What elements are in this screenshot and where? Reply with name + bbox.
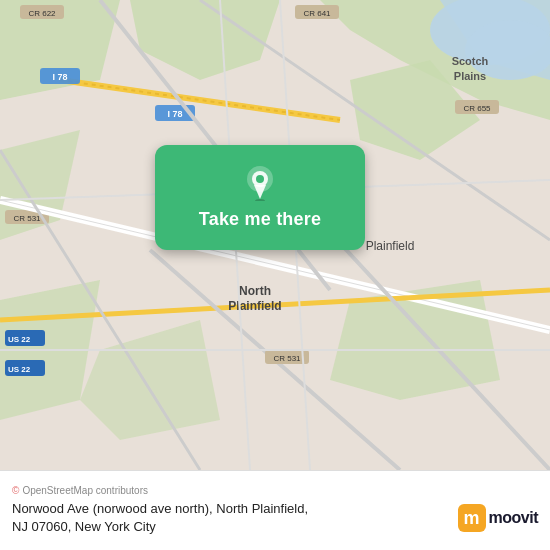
svg-text:I 78: I 78: [167, 109, 182, 119]
svg-text:CR 531: CR 531: [273, 354, 301, 363]
svg-text:CR 641: CR 641: [303, 9, 331, 18]
svg-text:CR 655: CR 655: [463, 104, 491, 113]
address-line1: Norwood Ave (norwood ave north), North P…: [12, 501, 308, 516]
address-row: Norwood Ave (norwood ave north), North P…: [12, 500, 538, 536]
copyright-symbol: ©: [12, 485, 19, 496]
moovit-wordmark: moovit: [489, 509, 538, 527]
svg-text:US 22: US 22: [8, 365, 31, 374]
svg-text:US 22: US 22: [8, 335, 31, 344]
svg-text:North: North: [239, 284, 271, 298]
bottom-bar: © OpenStreetMap contributors Norwood Ave…: [0, 470, 550, 550]
take-me-there-label: Take me there: [199, 209, 321, 230]
map-container: I 78 I 78 CR 622 CR 641 CR 655 Scotch Pl…: [0, 0, 550, 470]
osm-credit: © OpenStreetMap contributors: [12, 485, 538, 496]
svg-text:Scotch: Scotch: [452, 55, 489, 67]
moovit-logo: m moovit: [458, 504, 538, 532]
svg-text:CR 622: CR 622: [28, 9, 56, 18]
location-pin-icon: [242, 165, 278, 201]
moovit-m-logo: m: [458, 504, 486, 532]
osm-credit-text: OpenStreetMap contributors: [22, 485, 148, 496]
svg-text:Plains: Plains: [454, 70, 486, 82]
svg-text:I 78: I 78: [52, 72, 67, 82]
svg-text:Plainfield: Plainfield: [366, 239, 415, 253]
address-text: Norwood Ave (norwood ave north), North P…: [12, 500, 448, 536]
take-me-there-button[interactable]: Take me there: [155, 145, 365, 250]
address-line2: NJ 07060, New York City: [12, 519, 156, 534]
svg-text:Plainfield: Plainfield: [228, 299, 281, 313]
svg-point-53: [256, 175, 264, 183]
svg-text:CR 531: CR 531: [13, 214, 41, 223]
svg-marker-55: [254, 185, 266, 199]
svg-point-54: [255, 199, 265, 201]
